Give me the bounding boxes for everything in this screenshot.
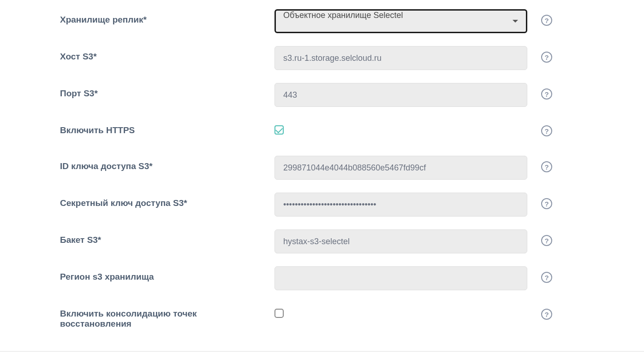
s3-secret-key-label: Секретный ключ доступа S3* xyxy=(60,193,274,208)
enable-consolidation-checkbox-wrapper xyxy=(274,303,527,318)
replica-storage-label: Хранилище реплик* xyxy=(60,9,274,25)
s3-secret-key-row: Секретный ключ доступа S3* ? xyxy=(60,193,584,217)
s3-bucket-input-wrapper xyxy=(274,229,527,253)
help-icon-wrapper: ? xyxy=(541,266,552,283)
help-icon[interactable]: ? xyxy=(541,88,552,100)
enable-https-row: Включить HTTPS ? xyxy=(60,120,584,143)
help-icon-wrapper: ? xyxy=(541,46,552,63)
s3-secret-key-input-wrapper xyxy=(274,193,527,217)
help-icon-wrapper: ? xyxy=(541,229,552,246)
s3-bucket-label: Бакет S3* xyxy=(60,229,274,245)
s3-secret-key-input[interactable] xyxy=(274,193,527,217)
s3-port-row: Порт S3* ? xyxy=(60,83,584,107)
replica-storage-select[interactable]: Объектное хранилище Selectel xyxy=(274,9,527,33)
s3-access-key-id-input-wrapper xyxy=(274,156,527,180)
help-icon[interactable]: ? xyxy=(541,161,552,172)
replica-storage-input-wrapper: Объектное хранилище Selectel xyxy=(274,9,527,33)
help-icon[interactable]: ? xyxy=(541,52,552,63)
s3-access-key-id-row: ID ключа доступа S3* ? xyxy=(60,156,584,180)
help-icon[interactable]: ? xyxy=(541,235,552,246)
help-icon-wrapper: ? xyxy=(541,83,552,100)
help-icon[interactable]: ? xyxy=(541,272,552,283)
s3-host-row: Хост S3* ? xyxy=(60,46,584,70)
s3-host-label: Хост S3* xyxy=(60,46,274,62)
s3-access-key-id-label: ID ключа доступа S3* xyxy=(60,156,274,171)
help-icon[interactable]: ? xyxy=(541,15,552,26)
help-icon[interactable]: ? xyxy=(541,125,552,136)
s3-port-label: Порт S3* xyxy=(60,83,274,99)
enable-consolidation-row: Включить консолидацию точек восстановлен… xyxy=(60,303,584,329)
replica-storage-row: Хранилище реплик* Объектное хранилище Se… xyxy=(60,9,584,33)
s3-bucket-input[interactable] xyxy=(274,229,527,253)
s3-region-row: Регион s3 хранилища ? xyxy=(60,266,584,290)
enable-consolidation-label: Включить консолидацию точек восстановлен… xyxy=(60,303,274,329)
settings-form: Хранилище реплик* Объектное хранилище Se… xyxy=(0,0,644,351)
enable-https-checkbox[interactable] xyxy=(274,125,284,135)
help-icon-wrapper: ? xyxy=(541,156,552,172)
enable-consolidation-checkbox[interactable] xyxy=(274,309,284,318)
help-icon-wrapper: ? xyxy=(541,303,552,320)
s3-region-label: Регион s3 хранилища xyxy=(60,266,274,282)
s3-access-key-id-input[interactable] xyxy=(274,156,527,180)
help-icon-wrapper: ? xyxy=(541,120,552,136)
help-icon[interactable]: ? xyxy=(541,309,552,320)
s3-bucket-row: Бакет S3* ? xyxy=(60,229,584,253)
help-icon[interactable]: ? xyxy=(541,198,552,209)
help-icon-wrapper: ? xyxy=(541,193,552,209)
s3-port-input-wrapper xyxy=(274,83,527,107)
s3-host-input-wrapper xyxy=(274,46,527,70)
s3-region-input[interactable] xyxy=(274,266,527,290)
s3-host-input[interactable] xyxy=(274,46,527,70)
enable-https-checkbox-wrapper xyxy=(274,120,527,135)
help-icon-wrapper: ? xyxy=(541,9,552,26)
replica-storage-select-wrapper: Объектное хранилище Selectel xyxy=(274,9,527,33)
s3-port-input[interactable] xyxy=(274,83,527,107)
s3-region-input-wrapper xyxy=(274,266,527,290)
enable-https-label: Включить HTTPS xyxy=(60,120,274,135)
